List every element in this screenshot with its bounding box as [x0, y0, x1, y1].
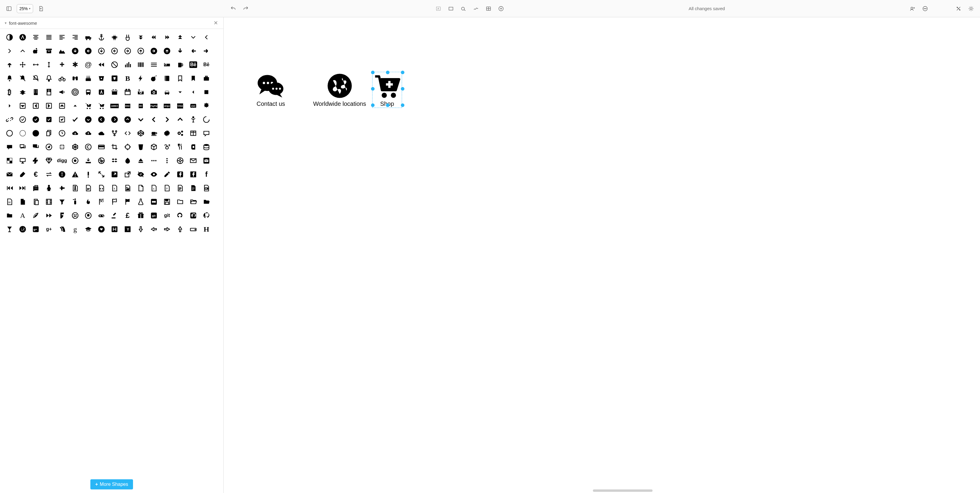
asterisk-icon[interactable]: ✱: [69, 59, 81, 71]
gratipay-icon[interactable]: [95, 223, 107, 235]
check-circle-o-icon[interactable]: [17, 114, 29, 125]
graduation-cap-icon[interactable]: [82, 223, 94, 235]
format-tool-button[interactable]: [954, 4, 963, 13]
fast-backward-icon[interactable]: [3, 182, 16, 194]
angle-up-icon[interactable]: [17, 45, 29, 57]
external-link-icon[interactable]: [122, 168, 134, 180]
database-icon[interactable]: [200, 141, 212, 153]
ellipse-tool-button[interactable]: [459, 4, 468, 13]
folder-o-icon[interactable]: [174, 196, 186, 208]
theme-button[interactable]: [966, 4, 976, 13]
calendar-o-icon[interactable]: [122, 86, 134, 98]
align-justify-icon[interactable]: [43, 31, 55, 43]
angle-right-icon[interactable]: [3, 45, 16, 57]
archive-icon[interactable]: [43, 45, 55, 57]
eur-icon[interactable]: €: [30, 168, 42, 180]
calendar-icon[interactable]: [108, 86, 121, 98]
camera-icon[interactable]: [148, 86, 160, 98]
btc-icon[interactable]: ₿: [3, 86, 16, 98]
selection-handle[interactable]: [371, 71, 375, 74]
exclamation-icon[interactable]: [82, 168, 94, 180]
bell-icon[interactable]: [3, 73, 16, 84]
canvas-shape-globe[interactable]: Worldwide locations: [313, 73, 366, 107]
expand-icon[interactable]: [95, 168, 107, 180]
drupal-icon[interactable]: [122, 155, 134, 166]
angle-double-down-icon[interactable]: [135, 31, 147, 43]
bolt-icon[interactable]: [135, 73, 147, 84]
hdd-o-icon[interactable]: [187, 223, 199, 235]
bus-icon[interactable]: [82, 86, 94, 98]
comments-o-icon[interactable]: [17, 141, 29, 153]
rectangle-tool-button[interactable]: [446, 4, 456, 13]
crosshairs-icon[interactable]: [122, 141, 134, 153]
desktop-icon[interactable]: [17, 155, 29, 166]
cloud-download-icon[interactable]: [69, 127, 81, 139]
arrow-circle-right-icon[interactable]: [148, 45, 160, 57]
cube-icon[interactable]: [148, 141, 160, 153]
globe-icon[interactable]: [17, 223, 29, 235]
flag-icon[interactable]: [122, 196, 134, 208]
behance-square-icon[interactable]: Bē: [200, 59, 212, 71]
selection-handle[interactable]: [401, 71, 404, 74]
female-icon[interactable]: [43, 182, 55, 194]
comments-icon[interactable]: [30, 141, 42, 153]
add-shape-button[interactable]: [496, 4, 506, 13]
redo-button[interactable]: [241, 4, 251, 13]
car-icon[interactable]: [161, 86, 173, 98]
gavel-icon[interactable]: [108, 209, 121, 222]
code-fork-icon[interactable]: [108, 127, 121, 139]
diamond-icon[interactable]: [43, 155, 55, 166]
eye-icon[interactable]: [148, 168, 160, 180]
file-icon[interactable]: [17, 196, 29, 208]
caret-square-o-right-icon[interactable]: [43, 100, 55, 112]
flag-o-icon[interactable]: [108, 196, 121, 208]
bell-slash-icon[interactable]: [17, 73, 29, 84]
file-word-o-icon[interactable]: W: [3, 196, 16, 208]
compass-icon[interactable]: [43, 141, 55, 153]
freehand-tool-button[interactable]: [471, 4, 481, 13]
cubes-icon[interactable]: [161, 141, 173, 153]
angle-left-icon[interactable]: [200, 31, 212, 43]
gbp-icon[interactable]: £: [122, 209, 134, 222]
selection-handle[interactable]: [401, 87, 404, 90]
behance-icon[interactable]: Bē: [187, 59, 199, 71]
arrow-up-icon[interactable]: [3, 59, 16, 71]
bookmark-o-icon[interactable]: [174, 73, 186, 84]
share-button[interactable]: [908, 4, 917, 13]
arrow-circle-o-left-icon[interactable]: [108, 45, 121, 57]
building-icon[interactable]: [30, 86, 42, 98]
horizontal-scrollbar[interactable]: [593, 490, 652, 492]
bicycle-icon[interactable]: [56, 73, 68, 84]
forward-icon[interactable]: [43, 209, 55, 222]
bitbucket-square-icon[interactable]: [108, 73, 121, 84]
floppy-o-icon[interactable]: [161, 196, 173, 208]
area-chart-icon[interactable]: [56, 45, 68, 57]
bullseye-icon[interactable]: [69, 86, 81, 98]
hacker-news-icon[interactable]: Y: [122, 223, 134, 235]
book-icon[interactable]: [161, 73, 173, 84]
git-square-icon[interactable]: git: [148, 209, 160, 222]
bars-icon[interactable]: [148, 59, 160, 71]
arrow-down-icon[interactable]: [174, 45, 186, 57]
angle-double-left-icon[interactable]: [148, 31, 160, 43]
folder-icon[interactable]: [3, 209, 16, 222]
google-plus-icon[interactable]: g+: [43, 223, 55, 235]
flickr-icon[interactable]: [148, 196, 160, 208]
caret-square-o-left-icon[interactable]: [30, 100, 42, 112]
file-text-icon[interactable]: [187, 182, 199, 194]
new-page-button[interactable]: [36, 4, 46, 13]
arrow-circle-o-down-icon[interactable]: [95, 45, 107, 57]
check-square-icon[interactable]: [43, 114, 55, 125]
caret-square-o-down-icon[interactable]: [17, 100, 29, 112]
futbol-o-icon[interactable]: [82, 209, 94, 222]
selection-handle[interactable]: [371, 103, 375, 107]
connectdevelop-icon[interactable]: [69, 141, 81, 153]
table-tool-button[interactable]: [484, 4, 493, 13]
hand-o-left-icon[interactable]: [148, 223, 160, 235]
selection-handle[interactable]: [401, 103, 404, 107]
ambulance-icon[interactable]: [82, 31, 94, 43]
comment-icon[interactable]: [3, 141, 16, 153]
cc-icon[interactable]: CC: [187, 100, 199, 112]
dashcube-icon[interactable]: [187, 141, 199, 153]
chevron-circle-down-icon[interactable]: [82, 114, 94, 125]
